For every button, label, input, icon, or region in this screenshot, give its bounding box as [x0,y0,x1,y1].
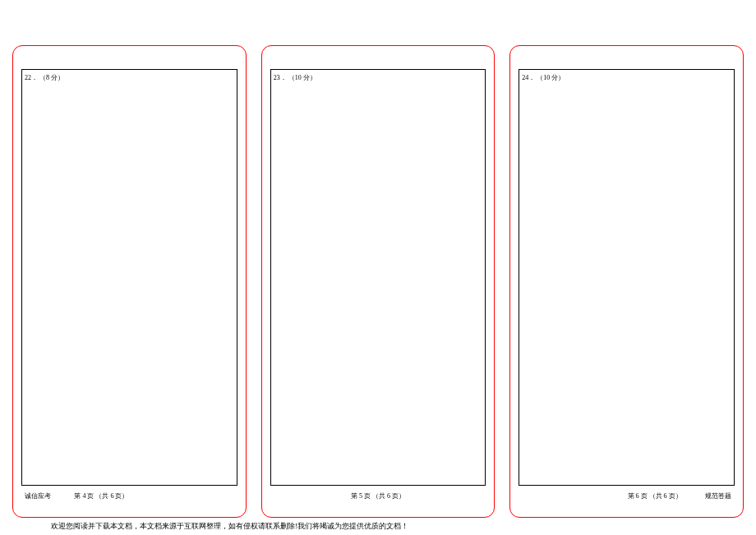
document-disclaimer: 欢迎您阅读并下载本文档，本文档来源于互联网整理，如有侵权请联系删除!我们将竭诚为… [51,521,408,532]
panel-footer: 诚信应考 第 4 页 （共 6 页） [13,491,246,500]
panel-footer: 第 6 页 （共 6 页） 规范答题 [510,491,743,500]
answer-sheet-panels: 22． （8 分） 诚信应考 第 4 页 （共 6 页） 23． （10 分） … [0,0,756,530]
footer-right-text: 规范答题 [705,491,731,500]
answer-area [519,69,735,486]
answer-area [21,69,237,486]
answer-panel-page-4: 22． （8 分） 诚信应考 第 4 页 （共 6 页） [12,45,247,518]
footer-left-text: 诚信应考 [25,491,51,500]
page-indicator: 第 6 页 （共 6 页） [628,491,682,500]
answer-panel-page-5: 23． （10 分） 第 5 页 （共 6 页） [261,45,496,518]
panel-footer: 第 5 页 （共 6 页） [262,491,495,500]
page-indicator: 第 4 页 （共 6 页） [74,491,128,500]
answer-area [270,69,486,486]
page-indicator: 第 5 页 （共 6 页） [351,491,405,500]
answer-panel-page-6: 24． （10 分） 第 6 页 （共 6 页） 规范答题 [509,45,744,518]
